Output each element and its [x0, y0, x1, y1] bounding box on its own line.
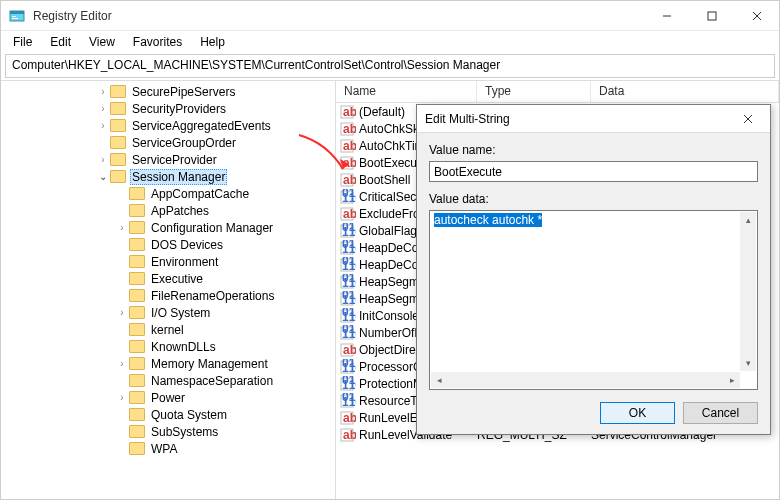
tree-item[interactable]: ›Configuration Manager	[1, 219, 335, 236]
tree-pane[interactable]: ›SecurePipeServers›SecurityProviders›Ser…	[1, 81, 336, 499]
svg-rect-1	[10, 11, 24, 14]
tree-item[interactable]: ApPatches	[1, 202, 335, 219]
value-name-input[interactable]	[429, 161, 758, 182]
dword-value-icon: 011110	[340, 393, 356, 409]
svg-text:ab: ab	[343, 156, 356, 170]
folder-icon	[110, 136, 126, 149]
dialog-scrollbar-horizontal[interactable]: ◂ ▸	[431, 372, 740, 388]
chevron-right-icon[interactable]: ›	[96, 103, 110, 114]
string-value-icon: ab	[340, 410, 356, 426]
scroll-left-icon[interactable]: ◂	[431, 372, 447, 388]
col-header-name[interactable]: Name	[336, 81, 477, 102]
tree-item[interactable]: ›Power	[1, 389, 335, 406]
folder-icon	[129, 442, 145, 455]
scroll-right-icon[interactable]: ▸	[724, 372, 740, 388]
tree-item[interactable]: DOS Devices	[1, 236, 335, 253]
folder-icon	[110, 85, 126, 98]
maximize-button[interactable]	[689, 1, 734, 30]
folder-icon	[129, 323, 145, 336]
col-header-type[interactable]: Type	[477, 81, 591, 102]
minimize-button[interactable]	[644, 1, 689, 30]
cancel-button[interactable]: Cancel	[683, 402, 758, 424]
value-data-textarea[interactable]: autocheck autochk * ▴ ▾ ◂ ▸	[429, 210, 758, 390]
tree-item[interactable]: ›ServiceProvider	[1, 151, 335, 168]
folder-icon	[110, 119, 126, 132]
dialog-close-button[interactable]	[734, 109, 762, 129]
tree-item-label: Memory Management	[149, 357, 270, 371]
folder-icon	[129, 238, 145, 251]
tree-item[interactable]: ⌄Session Manager	[1, 168, 335, 185]
tree-item[interactable]: Executive	[1, 270, 335, 287]
tree-item-label: Executive	[149, 272, 205, 286]
string-value-icon: ab	[340, 427, 356, 443]
tree-item[interactable]: ›I/O System	[1, 304, 335, 321]
string-value-icon: ab	[340, 342, 356, 358]
chevron-right-icon[interactable]: ›	[115, 392, 129, 403]
menu-file[interactable]: File	[5, 33, 40, 51]
tree-item[interactable]: AppCompatCache	[1, 185, 335, 202]
ok-button[interactable]: OK	[600, 402, 675, 424]
chevron-right-icon[interactable]: ›	[115, 307, 129, 318]
dialog-titlebar: Edit Multi-String	[417, 105, 770, 133]
folder-icon	[110, 170, 126, 183]
tree-item-label: kernel	[149, 323, 186, 337]
dword-value-icon: 011110	[340, 291, 356, 307]
col-header-data[interactable]: Data	[591, 81, 779, 102]
tree-item-label: Environment	[149, 255, 220, 269]
dialog-title-text: Edit Multi-String	[425, 112, 734, 126]
tree-item[interactable]: NamespaceSeparation	[1, 372, 335, 389]
folder-icon	[129, 357, 145, 370]
folder-icon	[129, 408, 145, 421]
svg-text:ab: ab	[343, 173, 356, 187]
tree-item[interactable]: ›SecurePipeServers	[1, 83, 335, 100]
tree-item[interactable]: ServiceGroupOrder	[1, 134, 335, 151]
value-name-label: Value name:	[429, 143, 758, 157]
tree-item-label: KnownDLLs	[149, 340, 218, 354]
folder-icon	[110, 153, 126, 166]
svg-text:110: 110	[342, 361, 356, 375]
chevron-down-icon[interactable]: ⌄	[96, 171, 110, 182]
tree-item[interactable]: FileRenameOperations	[1, 287, 335, 304]
tree-item[interactable]: KnownDLLs	[1, 338, 335, 355]
scroll-down-icon[interactable]: ▾	[740, 355, 756, 371]
svg-text:110: 110	[342, 293, 356, 307]
chevron-right-icon[interactable]: ›	[96, 86, 110, 97]
menu-favorites[interactable]: Favorites	[125, 33, 190, 51]
menu-help[interactable]: Help	[192, 33, 233, 51]
tree-item-label: Power	[149, 391, 187, 405]
address-bar[interactable]: Computer\HKEY_LOCAL_MACHINE\SYSTEM\Curre…	[5, 54, 775, 78]
folder-icon	[129, 306, 145, 319]
chevron-right-icon[interactable]: ›	[115, 358, 129, 369]
tree-item[interactable]: WPA	[1, 440, 335, 457]
tree-item[interactable]: ›ServiceAggregatedEvents	[1, 117, 335, 134]
tree-item[interactable]: Environment	[1, 253, 335, 270]
dword-value-icon: 011110	[340, 223, 356, 239]
tree-item-label: ApPatches	[149, 204, 211, 218]
scroll-up-icon[interactable]: ▴	[740, 212, 756, 228]
value-data-text: autocheck autochk *	[434, 213, 542, 227]
svg-rect-2	[12, 16, 16, 17]
tree-item[interactable]: SubSystems	[1, 423, 335, 440]
menu-view[interactable]: View	[81, 33, 123, 51]
tree-item-label: ServiceAggregatedEvents	[130, 119, 273, 133]
list-header: Name Type Data	[336, 81, 779, 103]
chevron-right-icon[interactable]: ›	[96, 120, 110, 131]
svg-text:110: 110	[342, 310, 356, 324]
chevron-right-icon[interactable]: ›	[96, 154, 110, 165]
tree-item[interactable]: ›SecurityProviders	[1, 100, 335, 117]
tree-item[interactable]: Quota System	[1, 406, 335, 423]
chevron-right-icon[interactable]: ›	[115, 222, 129, 233]
tree-item[interactable]: kernel	[1, 321, 335, 338]
string-value-icon: ab	[340, 172, 356, 188]
window-title: Registry Editor	[33, 9, 644, 23]
dialog-body: Value name: Value data: autocheck autoch…	[417, 133, 770, 434]
svg-text:ab: ab	[343, 428, 356, 442]
close-button[interactable]	[734, 1, 779, 30]
dialog-scrollbar-vertical[interactable]: ▴ ▾	[740, 212, 756, 371]
menu-edit[interactable]: Edit	[42, 33, 79, 51]
folder-icon	[129, 221, 145, 234]
string-value-icon: ab	[340, 206, 356, 222]
edit-multi-string-dialog: Edit Multi-String Value name: Value data…	[416, 104, 771, 435]
tree-item[interactable]: ›Memory Management	[1, 355, 335, 372]
dword-value-icon: 011110	[340, 240, 356, 256]
